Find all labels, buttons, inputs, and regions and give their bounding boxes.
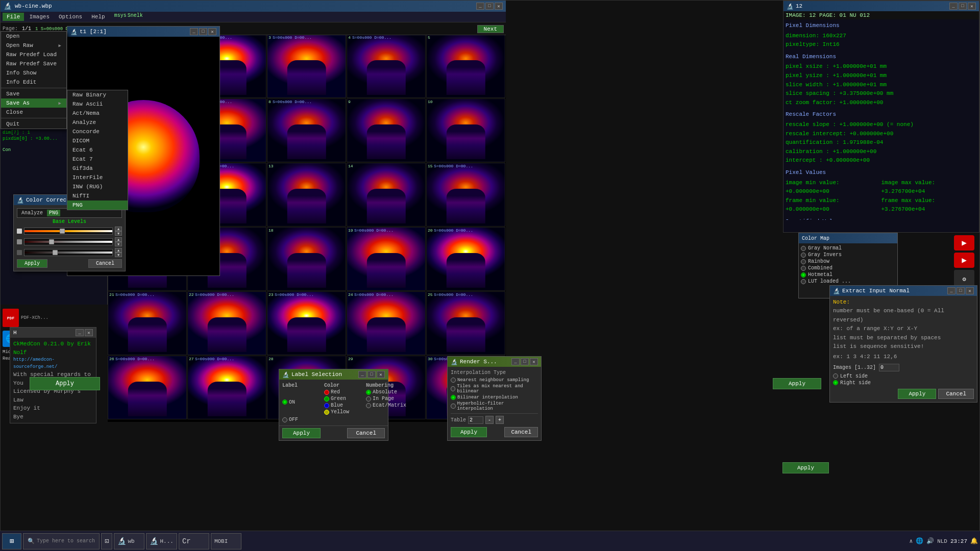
sv-close[interactable]: ✕ xyxy=(208,28,216,35)
brain-cell-4[interactable]: 4 S=00s000 D=00... xyxy=(347,34,426,98)
task-view-btn[interactable]: ⊡ xyxy=(101,533,112,549)
sa-analyze[interactable]: Analyze xyxy=(67,118,128,127)
ew-right-radio[interactable] xyxy=(833,380,838,385)
rs-minimize[interactable]: _ xyxy=(511,358,520,365)
brain-cell-27[interactable]: 27 S=00s000 D=00... xyxy=(187,356,266,419)
cmap-gray-invers-radio[interactable] xyxy=(801,253,806,258)
taskbar-app-1[interactable]: 🔬 wb xyxy=(114,533,144,549)
rs-minus-btn[interactable]: - xyxy=(485,416,494,424)
brain-cell-9[interactable]: 9 xyxy=(347,98,426,162)
rs-maximize[interactable]: □ xyxy=(521,358,529,365)
rs-cancel-btn[interactable]: Cancel xyxy=(504,427,538,437)
sv-minimize[interactable]: _ xyxy=(190,28,198,35)
brain-cell-22[interactable]: 22 S=00s000 D=00... xyxy=(187,291,266,355)
rw-maximize[interactable]: □ xyxy=(959,3,967,10)
cc-up-3[interactable]: ▲ xyxy=(115,248,122,253)
ls-off-radio[interactable] xyxy=(282,417,287,422)
sa-inw[interactable]: INW (RUG) xyxy=(67,182,128,191)
rs-nearest-radio[interactable] xyxy=(451,378,456,383)
aw-minimize[interactable]: _ xyxy=(76,329,84,336)
sa-raw-binary[interactable]: Raw Binary xyxy=(67,90,128,99)
fmt-analyze[interactable]: Analyze xyxy=(19,210,45,216)
dd-open[interactable]: Open xyxy=(1,32,66,41)
sv-maximize[interactable]: □ xyxy=(199,28,207,35)
ew-minimize[interactable]: _ xyxy=(947,287,955,294)
brain-cell-25[interactable]: 25 S=00s000 D=00... xyxy=(426,291,505,355)
ew-close[interactable]: ✕ xyxy=(966,287,974,294)
brain-cell-19[interactable]: 19 S=00s000 D=00... xyxy=(347,227,426,291)
cc-dn-2[interactable]: ▼ xyxy=(115,242,122,246)
start-button[interactable]: ⊞ xyxy=(2,533,21,549)
dd-close[interactable]: Close xyxy=(1,108,66,117)
youtube-icon-1[interactable]: ▶ xyxy=(954,235,974,251)
dd-info-edit[interactable]: Info Edit xyxy=(1,78,66,87)
ls-maximize[interactable]: □ xyxy=(368,371,376,378)
brain-cell-13[interactable]: 13 xyxy=(267,163,346,227)
rs-table-input[interactable] xyxy=(468,416,483,424)
taskbar-app-2[interactable]: 🔬 H... xyxy=(146,533,177,549)
cc-cancel-btn[interactable]: Cancel xyxy=(88,259,122,268)
dd-save[interactable]: Save xyxy=(1,89,66,98)
rw-close[interactable]: ✕ xyxy=(968,3,976,10)
cc-dn-3[interactable]: ▼ xyxy=(115,253,122,257)
brain-cell-20[interactable]: 20 S=00s000 D=00... xyxy=(426,227,505,291)
ls-apply-btn[interactable]: Apply xyxy=(282,428,321,438)
vlc-url[interactable]: http://amedcon-sourceforge.net/ xyxy=(13,357,93,370)
brain-cell-23[interactable]: 23 S=00s000 D=00... xyxy=(267,291,346,355)
cmap-lut-radio[interactable] xyxy=(801,279,806,284)
cmap-hotmetal-radio[interactable] xyxy=(801,272,806,278)
close-btn[interactable]: ✕ xyxy=(495,3,503,10)
ew-apply-btn[interactable]: Apply xyxy=(898,389,936,399)
sa-concorde[interactable]: Concorde xyxy=(67,127,128,136)
brain-cell-21[interactable]: 21 S=00s000 D=00... xyxy=(108,291,187,355)
minimize-btn[interactable]: _ xyxy=(476,3,484,10)
fmt-png[interactable]: PNG xyxy=(47,210,60,216)
cc-dn-1[interactable]: ▼ xyxy=(115,231,122,236)
menu-options[interactable]: Options xyxy=(55,13,86,21)
slider-1[interactable] xyxy=(24,228,113,235)
brain-cell-10[interactable]: 10 xyxy=(426,98,505,162)
ls-absolute-radio[interactable] xyxy=(366,390,371,395)
dd-raw-predef-save[interactable]: Raw Predef Save xyxy=(1,59,66,68)
brain-cell-15[interactable]: 15 S=00s000 D=00... xyxy=(426,163,505,227)
menu-images[interactable]: Images xyxy=(25,13,54,21)
cmap-gray-normal-radio[interactable] xyxy=(801,246,806,251)
ls-minimize[interactable]: _ xyxy=(358,371,366,378)
dd-quit[interactable]: Quit xyxy=(1,119,66,129)
next-btn[interactable]: Next xyxy=(477,25,504,33)
menu-file[interactable]: File xyxy=(3,13,24,21)
ls-on-radio[interactable] xyxy=(282,399,287,405)
dd-save-as[interactable]: Save As xyxy=(1,98,66,108)
brain-cell-14[interactable]: 14 xyxy=(347,163,426,227)
ew-images-input[interactable] xyxy=(879,364,899,371)
ew-maximize[interactable]: □ xyxy=(957,287,965,294)
sa-gif3da[interactable]: Gif3da xyxy=(67,164,128,173)
aw-close[interactable]: ✕ xyxy=(85,329,93,336)
ls-inpage-radio[interactable] xyxy=(366,396,371,402)
dd-info-show[interactable]: Info Show xyxy=(1,68,66,78)
ls-ecat-radio[interactable] xyxy=(366,403,371,408)
taskbar-app-3[interactable]: Cr xyxy=(179,533,209,549)
menu-help[interactable]: Help xyxy=(87,13,109,21)
sa-png[interactable]: PNG xyxy=(67,201,128,210)
brain-cell-5[interactable]: 5 xyxy=(426,34,505,98)
search-box[interactable]: 🔍 Type here to search xyxy=(23,533,100,549)
ls-cancel-btn[interactable]: Cancel xyxy=(347,428,385,438)
slider-3[interactable] xyxy=(24,249,113,256)
youtube-icon-2[interactable]: ▶ xyxy=(954,253,974,268)
brain-cell-8[interactable]: 8 S=00s000 D=00... xyxy=(267,98,346,162)
cmap-rainbow-radio[interactable] xyxy=(801,259,806,264)
rs-apply-btn[interactable]: Apply xyxy=(451,427,487,437)
sa-interfile[interactable]: InterFile xyxy=(67,173,128,182)
ew-left-radio[interactable] xyxy=(833,373,838,379)
maximize-btn[interactable]: □ xyxy=(485,3,494,10)
rs-bilinear-radio[interactable] xyxy=(451,395,456,400)
cc-apply-large[interactable]: Apply xyxy=(30,377,100,390)
cc-up-1[interactable]: ▲ xyxy=(115,227,122,231)
sa-nifti[interactable]: NifTI xyxy=(67,191,128,201)
colormap-apply-large-btn[interactable]: Apply xyxy=(773,378,821,389)
sa-act-nema[interactable]: Act/Nema xyxy=(67,109,128,118)
dd-raw-predef-load[interactable]: Raw Predef Load xyxy=(1,50,66,59)
sa-ecat6[interactable]: Ecat 6 xyxy=(67,145,128,155)
brain-cell-3[interactable]: 3 S=00s000 D=00... xyxy=(267,34,346,98)
